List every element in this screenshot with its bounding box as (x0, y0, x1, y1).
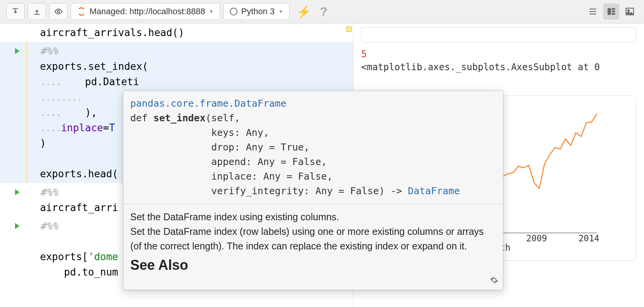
help-icon[interactable]: ? (320, 5, 328, 19)
code-line[interactable]: .... pd.Dateti (35, 74, 353, 89)
view-split-button[interactable] (603, 3, 619, 20)
view-list-button[interactable] (585, 3, 601, 20)
svg-text:2014: 2014 (579, 233, 599, 243)
run-cell-icon[interactable] (15, 223, 20, 229)
output-card (361, 27, 636, 43)
server-label: Managed: http://localhost:8888 (90, 7, 205, 17)
svg-rect-5 (612, 8, 615, 10)
jupyter-icon (77, 7, 86, 16)
svg-text:2009: 2009 (526, 233, 547, 243)
svg-point-0 (57, 10, 60, 13)
cell-execution-count: 5 (361, 49, 636, 59)
svg-rect-6 (612, 11, 615, 12)
preview-button[interactable] (49, 3, 68, 20)
upload-button[interactable] (28, 3, 46, 20)
svg-rect-7 (612, 13, 615, 15)
download-button[interactable] (6, 3, 25, 20)
gear-icon[interactable] (490, 276, 498, 286)
svg-rect-4 (607, 8, 611, 15)
kernel-dropdown[interactable]: Python 3 ▼ (223, 3, 290, 20)
output-repr: <matplotlib.axes._subplots.AxesSubplot a… (361, 62, 636, 73)
kernel-label: Python 3 (241, 7, 275, 17)
cell-marker: #%% (40, 45, 58, 57)
documentation-popup[interactable]: pandas.core.frame.DataFrame def set_inde… (123, 91, 503, 290)
doc-signature: pandas.core.frame.DataFrame def set_inde… (123, 91, 503, 204)
doc-see-also-heading: See Also (130, 258, 496, 272)
python-icon (230, 8, 237, 15)
toolbar: Managed: http://localhost:8888 ▼ Python … (0, 0, 644, 23)
doc-description: Set the DataFrame index using existing c… (123, 204, 503, 278)
view-image-button[interactable] (622, 3, 638, 20)
run-cell-icon[interactable] (15, 48, 20, 54)
svg-point-9 (628, 10, 629, 12)
server-dropdown[interactable]: Managed: http://localhost:8888 ▼ (71, 3, 220, 20)
code-line[interactable]: aircraft_arrivals.head() (35, 25, 353, 40)
lightning-icon[interactable]: ⚡ (297, 5, 311, 18)
marker-icon (346, 26, 352, 32)
chevron-down-icon: ▼ (209, 9, 214, 14)
code-line[interactable]: exports.set_index( (35, 59, 353, 74)
run-cell-icon[interactable] (15, 189, 20, 195)
chevron-down-icon: ▼ (279, 9, 283, 14)
